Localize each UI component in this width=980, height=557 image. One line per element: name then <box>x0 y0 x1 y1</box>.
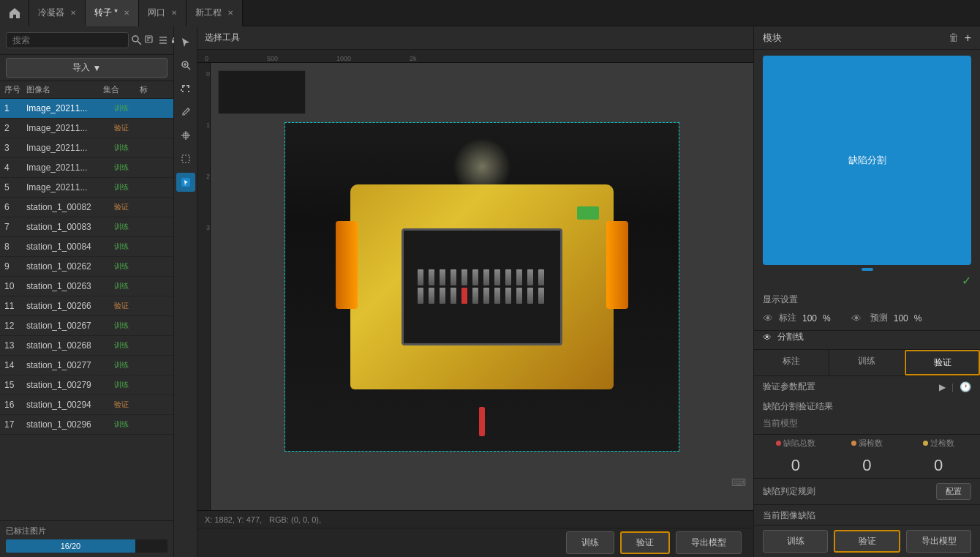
model-label: 当前模型 <box>754 416 980 435</box>
right-footer: 训练 验证 导出模型 <box>754 525 980 557</box>
param-history-icon[interactable]: 🕐 <box>960 381 971 392</box>
param-expand-icon[interactable]: ▶ <box>939 382 946 392</box>
tool-crosshair[interactable] <box>176 126 195 145</box>
search-bar <box>0 26 173 55</box>
slider-indicator <box>862 268 873 271</box>
list-item[interactable]: 9 station_1_00262 训练 <box>0 257 173 277</box>
tab-refrigerator[interactable]: 冷凝器 ✕ <box>29 0 86 26</box>
home-button[interactable] <box>0 0 29 26</box>
export-model-button[interactable]: 导出模型 <box>676 531 742 554</box>
tabs-row: 标注 训练 验证 <box>754 350 980 376</box>
tool-rect-select[interactable] <box>176 149 195 168</box>
list-item[interactable]: 14 station_1_00277 训练 <box>0 356 173 375</box>
tab-close-rotor[interactable]: ✕ <box>124 9 129 17</box>
canvas-bottom-bar: 训练 验证 导出模型 <box>197 528 753 557</box>
module-defect-segmentation-button[interactable]: 缺陷分割 <box>763 56 971 265</box>
validate-button-bottom[interactable]: 验证 <box>620 531 670 554</box>
list-item[interactable]: 10 station_1_00263 训练 <box>0 277 173 296</box>
progress-bar: 16/20 <box>6 539 167 553</box>
right-train-button[interactable]: 训练 <box>763 530 828 553</box>
ruler-horizontal: 0 500 1000 2k <box>197 50 753 63</box>
right-export-button[interactable]: 导出模型 <box>906 530 971 553</box>
list-item[interactable]: 8 station_1_00084 训练 <box>0 237 173 257</box>
defect-total-dot <box>776 441 781 446</box>
tab-close-network[interactable]: ✕ <box>171 9 177 17</box>
canvas-viewport[interactable]: ⌨ <box>211 63 753 510</box>
list-item[interactable]: 7 station_1_00083 训练 <box>0 217 173 237</box>
result-section-title: 缺陷分割验证结果 <box>754 396 980 416</box>
filter-icon-btn[interactable] <box>145 31 155 50</box>
missed-dot <box>851 441 856 446</box>
checkmark-icon[interactable]: ✓ <box>962 274 971 288</box>
tool-edit[interactable] <box>176 102 195 122</box>
label-eye-icon[interactable]: 👁 <box>763 313 773 324</box>
canvas-image <box>284 122 679 452</box>
tab-network[interactable]: 网口 ✕ <box>139 0 186 26</box>
list-item[interactable]: 4 Image_20211... 训练 <box>0 158 173 178</box>
tool-pointer-active[interactable] <box>176 173 195 192</box>
current-defect-label: 当前图像缺陷 <box>754 505 980 525</box>
train-button[interactable]: 训练 <box>566 531 614 554</box>
import-button[interactable]: 导入 ▼ <box>6 58 167 78</box>
tool-bar <box>174 26 197 557</box>
right-panel-header: 模块 🗑 + <box>754 26 980 50</box>
param-config-title: 验证参数配置 ▶ | 🕐 <box>754 376 980 396</box>
tab-validate[interactable]: 验证 <box>905 350 980 375</box>
tab-close-refrigerator[interactable]: ✕ <box>70 9 76 17</box>
tab-rotor[interactable]: 转子 * ✕ <box>86 0 139 26</box>
list-item[interactable]: 17 station_1_00296 训练 <box>0 415 173 435</box>
list-item[interactable]: 12 station_1_00267 训练 <box>0 316 173 336</box>
list-item[interactable]: 11 station_1_00266 验证 <box>0 296 173 316</box>
list-item[interactable]: 2 Image_20211... 验证 <box>0 119 173 138</box>
list-icon-btn[interactable] <box>158 31 168 50</box>
right-panel-actions: 🗑 + <box>949 31 971 45</box>
svg-rect-4 <box>147 40 149 41</box>
tab-annotation[interactable]: 标注 <box>754 350 829 375</box>
list-item[interactable]: 16 station_1_00294 验证 <box>0 395 173 415</box>
predict-eye-icon[interactable]: 👁 <box>851 313 862 324</box>
tab-training[interactable]: 训练 <box>829 350 905 375</box>
tab-new[interactable]: 新工程 ✕ <box>186 0 243 26</box>
config-button[interactable]: 配置 <box>936 483 971 500</box>
sidebar-footer: 已标注图片 16/20 <box>0 520 173 557</box>
svg-rect-17 <box>182 155 189 162</box>
canvas-with-ruler: 0 1 2 3 <box>197 63 753 510</box>
list-item[interactable]: 6 station_1_00082 验证 <box>0 198 173 217</box>
ruler-vertical: 0 1 2 3 <box>197 63 211 510</box>
list-item[interactable]: 13 station_1_00268 训练 <box>0 336 173 356</box>
table-header: 序号 图像名 集合 标 <box>0 81 173 99</box>
svg-rect-2 <box>146 36 152 42</box>
stats-header-row: 缺陷总数 漏检数 过检数 <box>754 435 980 453</box>
svg-rect-3 <box>147 37 151 39</box>
segline-row: 👁 分割线 <box>754 331 980 350</box>
title-bar: 冷凝器 ✕ 转子 * ✕ 网口 ✕ 新工程 ✕ <box>0 0 980 26</box>
svg-line-11 <box>187 67 190 70</box>
tool-zoom[interactable] <box>176 56 195 75</box>
tool-cursor[interactable] <box>176 32 195 51</box>
left-sidebar: 导入 ▼ 序号 图像名 集合 标 1 Image_20211... 训练 2 I… <box>0 26 174 557</box>
image-list: 1 Image_20211... 训练 2 Image_20211... 验证 … <box>0 99 173 520</box>
delete-icon[interactable]: 🗑 <box>949 31 959 45</box>
stats-values-row: 0 0 0 <box>754 453 980 479</box>
display-settings-title: 显示设置 <box>754 289 980 309</box>
list-item[interactable]: 3 Image_20211... 训练 <box>0 138 173 158</box>
right-validate-button[interactable]: 验证 <box>834 530 900 553</box>
keyboard-icon: ⌨ <box>731 476 746 488</box>
search-input[interactable] <box>6 32 129 48</box>
right-panel: 模块 🗑 + 缺陷分割 ✓ 显示设置 👁 标注 100 % 👁 预测 <box>753 26 980 557</box>
canvas-area: 选择工具 0 500 1000 2k 0 1 2 3 <box>197 26 753 557</box>
search-icon-btn[interactable] <box>132 31 142 50</box>
segline-eye-icon[interactable]: 👁 <box>763 332 772 343</box>
canvas-toolbar: 选择工具 <box>197 26 753 50</box>
canvas-status-bar: X: 1882, Y: 477, RGB: (0, 0, 0), <box>197 510 753 528</box>
slider-row <box>754 265 980 274</box>
tool-transform[interactable] <box>176 79 195 98</box>
add-icon[interactable]: + <box>965 31 971 45</box>
tab-close-new[interactable]: ✕ <box>227 9 233 17</box>
import-bar: 导入 ▼ <box>0 55 173 81</box>
svg-line-1 <box>137 41 141 45</box>
list-item[interactable]: 5 Image_20211... 训练 <box>0 178 173 198</box>
list-item[interactable]: 1 Image_20211... 训练 <box>0 99 173 119</box>
display-settings-section: 👁 标注 100 % 👁 预测 100 % <box>754 309 980 331</box>
list-item[interactable]: 15 station_1_00279 训练 <box>0 375 173 395</box>
